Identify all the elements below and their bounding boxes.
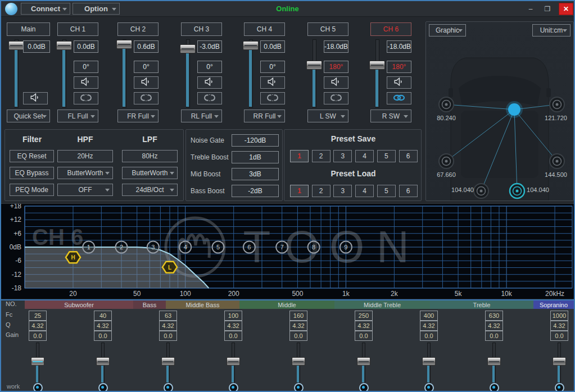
band-5-gain-value[interactable]: 0.0 (289, 331, 307, 341)
channel-ch-4-gain-value[interactable]: 0.0dB (260, 40, 285, 53)
channel-ch-1-gain-value[interactable]: 0.0dB (74, 40, 98, 53)
band-4-q-value[interactable]: 4.32 (224, 321, 242, 331)
channel-ch-5-phase-button[interactable]: 180° (324, 61, 348, 73)
preset-save-5-button[interactable]: 5 (377, 150, 396, 162)
band-4-gain-slider-handle[interactable] (227, 357, 240, 366)
lpf-row2-control[interactable]: 24dB/Oct (122, 184, 178, 196)
channel-ch-6-phase-button[interactable]: 180° (387, 61, 411, 73)
band-3-gain-value[interactable]: 0.0 (159, 331, 177, 341)
preset-load-2-button[interactable]: 2 (312, 185, 330, 197)
channel-ch-3-assignment-dropdown[interactable]: RL Full (181, 110, 222, 122)
band-8-fc-value[interactable]: 630 (485, 311, 503, 321)
band-3-fc-value[interactable]: 63 (159, 311, 177, 321)
eq-frequency-graph[interactable]: CH 6TOON123456789HL+18+12+60dB-6-12-1820… (1, 203, 575, 299)
band-8-q-value[interactable]: 4.32 (485, 321, 503, 331)
mid-boost-value[interactable]: 3dB (232, 168, 279, 180)
band-1-gain-value[interactable]: 0.0 (29, 331, 47, 341)
band-9-gain-value[interactable]: 0.0 (550, 331, 568, 341)
band-2-enable-button[interactable] (98, 383, 108, 392)
band-1-gain-slider-handle[interactable] (31, 357, 44, 366)
channel-ch-3-link-button[interactable] (197, 92, 222, 104)
band-7-fc-value[interactable]: 400 (420, 311, 438, 321)
preset-save-1-button[interactable]: 1 (290, 150, 309, 162)
eq-band-marker-9[interactable]: 9 (340, 241, 352, 253)
channel-ch-2-mute-button[interactable] (134, 76, 159, 89)
channel-ch-2-phase-button[interactable]: 0° (134, 61, 159, 73)
band-7-q-value[interactable]: 4.32 (420, 321, 438, 331)
band-2-gain-slider-handle[interactable] (96, 357, 110, 366)
band-2-q-value[interactable]: 4.32 (94, 321, 112, 331)
band-6-gain-value[interactable]: 0.0 (355, 331, 373, 341)
channel-ch-5-slider-handle[interactable] (306, 61, 322, 70)
channel-main-assignment-dropdown[interactable]: Quick Set (7, 110, 50, 122)
band-3-q-value[interactable]: 4.32 (159, 321, 177, 331)
band-6-q-value[interactable]: 4.32 (355, 321, 373, 331)
channel-ch-4-button[interactable]: CH 4 (244, 22, 285, 36)
channel-ch-4-slider-handle[interactable] (243, 41, 259, 50)
channel-ch-2-gain-value[interactable]: 0.6dB (134, 40, 159, 53)
preset-load-4-button[interactable]: 4 (355, 185, 374, 197)
bass-boost-value[interactable]: -2dB (232, 185, 279, 197)
band-3-gain-slider-handle[interactable] (161, 357, 175, 366)
noise-gate-value[interactable]: -120dB (232, 134, 279, 147)
channel-ch-5-assignment-dropdown[interactable]: L SW (307, 110, 348, 122)
band-6-gain-slider-handle[interactable] (357, 357, 370, 366)
band-9-q-value[interactable]: 4.32 (550, 321, 568, 331)
channel-ch-1-phase-button[interactable]: 0° (74, 61, 98, 73)
hpf-row1-control[interactable]: ButterWorth (57, 167, 113, 179)
maximize-button[interactable]: ❐ (541, 3, 554, 15)
band-4-gain-value[interactable]: 0.0 (224, 331, 242, 341)
eq-band-marker-8[interactable]: 8 (308, 241, 320, 253)
channel-ch-6-slider-handle[interactable] (369, 61, 385, 70)
band-7-gain-value[interactable]: 0.0 (420, 331, 438, 341)
channel-ch-6-link-button[interactable] (387, 92, 411, 104)
band-7-gain-slider-handle[interactable] (422, 357, 436, 366)
eq-band-marker-4[interactable]: 4 (179, 241, 191, 253)
channel-main-mute-button[interactable] (23, 92, 48, 104)
band-5-gain-slider-handle[interactable] (292, 357, 305, 366)
band-7-enable-button[interactable] (424, 383, 434, 392)
filter-handle-h[interactable]: H (66, 252, 80, 263)
preset-load-6-button[interactable]: 6 (399, 185, 418, 197)
filter-handle-l[interactable]: L (162, 262, 177, 273)
channel-ch-6-gain-value[interactable]: -18.0dB (387, 40, 411, 53)
band-6-enable-button[interactable] (359, 383, 369, 392)
lpf-row0-control[interactable]: 80Hz (122, 150, 178, 162)
band-1-enable-button[interactable] (33, 383, 43, 392)
band-1-fc-value[interactable]: 25 (29, 311, 47, 321)
channel-ch-1-button[interactable]: CH 1 (57, 22, 98, 36)
preset-load-1-button[interactable]: 1 (290, 185, 309, 197)
preset-save-3-button[interactable]: 3 (333, 150, 352, 162)
channel-ch-4-assignment-dropdown[interactable]: RR Full (244, 110, 285, 122)
channel-ch-1-slider-handle[interactable] (56, 41, 72, 50)
channel-ch-2-slider-handle[interactable] (116, 40, 132, 49)
band-4-enable-button[interactable] (229, 383, 238, 392)
channel-ch-4-mute-button[interactable] (260, 76, 285, 89)
channel-ch-5-mute-button[interactable] (324, 76, 348, 89)
preset-save-6-button[interactable]: 6 (399, 150, 418, 162)
channel-ch-5-link-button[interactable] (324, 92, 348, 104)
hpf-row0-control[interactable]: 20Hz (57, 150, 113, 162)
filter-peq-mode-button[interactable]: PEQ Mode (10, 184, 54, 196)
close-button[interactable]: ✕ (559, 3, 573, 15)
eq-band-marker-7[interactable]: 7 (276, 241, 288, 253)
band-5-fc-value[interactable]: 160 (289, 311, 307, 321)
channel-ch-2-link-button[interactable] (134, 92, 159, 104)
eq-band-marker-2[interactable]: 2 (116, 241, 128, 253)
hpf-row2-control[interactable]: OFF (57, 184, 113, 196)
band-6-fc-value[interactable]: 250 (355, 311, 373, 321)
eq-band-marker-6[interactable]: 6 (243, 241, 255, 253)
preset-save-4-button[interactable]: 4 (355, 150, 374, 162)
channel-ch-3-mute-button[interactable] (197, 76, 222, 89)
eq-band-marker-3[interactable]: 3 (147, 241, 159, 253)
treble-boost-value[interactable]: 1dB (232, 151, 279, 163)
filter-eq-reset-button[interactable]: EQ Reset (10, 150, 54, 162)
channel-ch-5-gain-value[interactable]: -18.0dB (324, 40, 348, 53)
band-1-q-value[interactable]: 4.32 (29, 321, 47, 331)
filter-eq-bypass-button[interactable]: EQ Bypass (10, 167, 54, 179)
channel-ch-2-assignment-dropdown[interactable]: FR Full (117, 110, 159, 122)
channel-ch-2-button[interactable]: CH 2 (117, 22, 159, 36)
channel-ch-6-mute-button[interactable] (387, 76, 411, 89)
band-8-gain-value[interactable]: 0.0 (485, 331, 503, 341)
lpf-row1-control[interactable]: ButterWorth (122, 167, 178, 179)
